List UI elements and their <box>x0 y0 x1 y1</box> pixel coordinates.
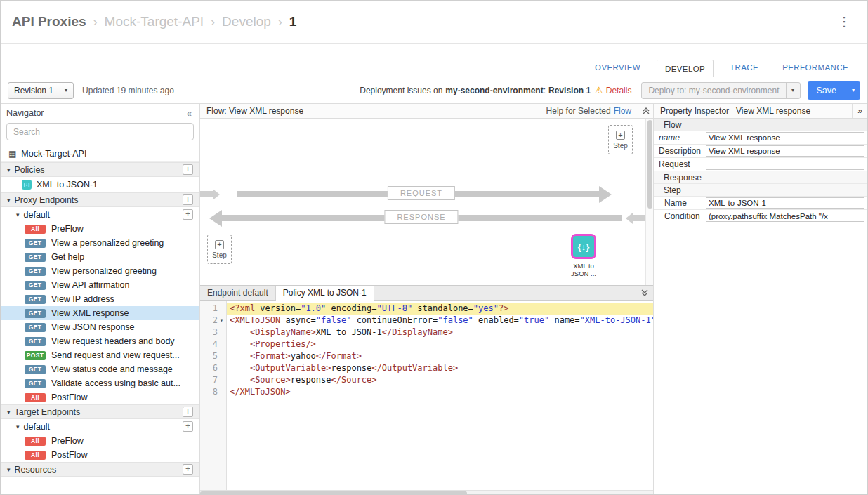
code-line[interactable]: 4 <Properties/> <box>200 338 653 350</box>
inspector-label: Name <box>654 198 706 208</box>
inspector-value[interactable]: XML-to-JSON-1 <box>706 197 864 209</box>
flow-item[interactable]: POST Send request and view request... <box>1 348 199 362</box>
flow-item[interactable]: GET View status code and message <box>1 362 199 376</box>
target-endpoint-default[interactable]: ▾ default + <box>1 419 199 434</box>
add-resource-button[interactable]: + <box>183 464 193 475</box>
code-text[interactable]: <DisplayName>XML to JSON-1</DisplayName> <box>227 326 653 338</box>
editor-tab[interactable]: Endpoint default <box>200 286 276 300</box>
inspector-label: Condition <box>654 211 706 221</box>
code-line[interactable]: 1 <?xml version="1.0" encoding="UTF-8" s… <box>200 303 653 315</box>
breadcrumb-api-proxies[interactable]: API Proxies <box>12 14 86 29</box>
inspector-value[interactable]: View XML response <box>706 132 864 143</box>
inspector-value[interactable]: View XML response <box>706 145 864 157</box>
editor-tab[interactable]: Policy XML to JSON-1 <box>276 286 374 301</box>
caret-down-icon[interactable]: ▾ <box>7 197 11 204</box>
caret-down-icon[interactable]: ▾ <box>7 466 11 473</box>
method-badge: GET <box>25 323 46 332</box>
flow-item[interactable]: All PostFlow <box>1 390 199 404</box>
caret-down-icon[interactable]: ▾ <box>7 166 11 173</box>
add-policy-button[interactable]: + <box>183 164 193 175</box>
section-resources[interactable]: ▾ Resources + <box>1 462 199 477</box>
revision-selector[interactable]: Revision 1 ▾ <box>8 82 74 99</box>
collapse-editor-panel-icon[interactable] <box>636 286 653 300</box>
deployment-warning: Deployment issues on my-second-environme… <box>360 85 631 95</box>
inspector-value[interactable] <box>706 159 864 170</box>
flow-item[interactable]: GET View XML response <box>1 306 199 320</box>
flow-help-link[interactable]: Flow <box>614 106 631 116</box>
flow-item[interactable]: GET View a personalized greeting <box>1 236 199 250</box>
code-area[interactable]: 1 <?xml version="1.0" encoding="UTF-8" s… <box>200 301 653 490</box>
add-flow-button[interactable]: + <box>183 209 193 220</box>
code-text[interactable]: <Format>yahoo</Format> <box>227 350 653 362</box>
flow-item[interactable]: GET Validate access using basic aut... <box>1 376 199 390</box>
method-badge: GET <box>25 253 46 262</box>
caret-down-icon[interactable]: ▾ <box>7 409 11 416</box>
tab-performance[interactable]: PERFORMANCE <box>775 59 856 77</box>
flow-item[interactable]: All PostFlow <box>1 448 199 462</box>
deploy-environment-select[interactable]: Deploy to: my-second-environment ▾ <box>641 82 800 99</box>
code-line[interactable]: 2 <XMLToJSON async="false" continueOnErr… <box>200 315 653 326</box>
inspector-row: Response <box>654 171 867 184</box>
tab-develop[interactable]: DEVELOP <box>657 60 714 77</box>
property-inspector-panel: Property Inspector View XML response » F… <box>653 104 867 495</box>
scrollbar-thumb[interactable] <box>647 120 652 209</box>
collapse-flow-panel-icon[interactable] <box>638 104 653 118</box>
add-target-endpoint-button[interactable]: + <box>183 407 193 417</box>
inspector-value[interactable]: (proxy.pathsuffix MatchesPath "/x <box>706 211 864 222</box>
flow-item[interactable]: GET View request headers and body <box>1 334 199 348</box>
overflow-menu-icon[interactable]: ⋮ <box>832 13 856 31</box>
fold-marker-icon[interactable] <box>220 315 227 326</box>
section-proxy-endpoints[interactable]: ▾ Proxy Endpoints + <box>1 192 199 207</box>
caret-down-icon[interactable]: ▾ <box>16 423 20 430</box>
tab-trace[interactable]: TRACE <box>722 59 766 77</box>
breadcrumb-develop[interactable]: Develop <box>222 14 271 29</box>
inspector-label: Response <box>659 173 711 183</box>
add-step-button-top[interactable]: + Step <box>608 125 633 154</box>
policy-item[interactable]: {↓} XML to JSON-1 <box>1 177 199 192</box>
tab-overview[interactable]: OVERVIEW <box>587 59 648 77</box>
details-link[interactable]: Details <box>606 86 632 95</box>
navigator-collapse-icon[interactable]: « <box>185 108 194 119</box>
scrollbar-thumb[interactable] <box>200 491 467 495</box>
navigator-panel: Navigator « ▦ Mock-Target-API ▾ Policies… <box>1 104 200 495</box>
inspector-row: Flow <box>654 119 867 131</box>
search-input[interactable] <box>6 123 194 140</box>
flow-item[interactable]: GET View personalized greeting <box>1 264 199 278</box>
inspector-label: Description <box>654 146 706 156</box>
code-text[interactable]: <OutputVariable>response</OutputVariable… <box>227 362 653 374</box>
code-line[interactable]: 7 <Source>response</Source> <box>200 374 653 386</box>
request-arrowhead-icon <box>599 186 612 203</box>
code-line[interactable]: 5 <Format>yahoo</Format> <box>200 350 653 362</box>
save-button[interactable]: Save ▾ <box>808 81 861 100</box>
add-step-button-left[interactable]: + Step <box>207 235 232 264</box>
flow-scrollbar[interactable] <box>645 119 653 285</box>
flow-item[interactable]: GET View IP address <box>1 292 199 306</box>
section-target-endpoints[interactable]: ▾ Target Endpoints + <box>1 404 199 419</box>
flow-item[interactable]: GET Get help <box>1 250 199 264</box>
code-line[interactable]: 3 <DisplayName>XML to JSON-1</DisplayNam… <box>200 326 653 338</box>
code-text[interactable]: </XMLToJSON> <box>227 386 653 398</box>
method-badge: GET <box>25 379 46 388</box>
xml-to-json-policy-node[interactable]: {↓} XML to JSON ... <box>571 234 608 278</box>
flow-item[interactable]: All PreFlow <box>1 222 199 236</box>
proxy-endpoint-default[interactable]: ▾ default + <box>1 207 199 222</box>
section-policies[interactable]: ▾ Policies + <box>1 162 199 177</box>
code-line[interactable]: 6 <OutputVariable>response</OutputVariab… <box>200 362 653 374</box>
flow-item[interactable]: GET View API affirmation <box>1 278 199 292</box>
code-text[interactable]: <?xml version="1.0" encoding="UTF-8" sta… <box>227 303 653 315</box>
code-text[interactable]: <Source>response</Source> <box>227 374 653 386</box>
breadcrumb-proxy-name[interactable]: Mock-Target-API <box>105 14 204 29</box>
code-line[interactable]: 8 </XMLToJSON> <box>200 386 653 398</box>
code-text[interactable]: <XMLToJSON async="false" continueOnError… <box>227 315 653 326</box>
response-stub-arrow-icon <box>626 213 633 224</box>
caret-down-icon[interactable]: ▾ <box>16 211 20 218</box>
flow-item[interactable]: GET View JSON response <box>1 320 199 334</box>
editor-horizontal-scrollbar[interactable] <box>200 490 653 495</box>
expand-inspector-icon[interactable]: » <box>852 104 867 118</box>
flow-item[interactable]: All PreFlow <box>1 434 199 448</box>
proxy-root-item[interactable]: ▦ Mock-Target-API <box>1 145 199 162</box>
add-proxy-endpoint-button[interactable]: + <box>183 194 193 205</box>
code-text[interactable]: <Properties/> <box>227 338 653 350</box>
add-flow-button[interactable]: + <box>183 421 193 432</box>
save-dropdown-caret[interactable]: ▾ <box>846 81 860 100</box>
